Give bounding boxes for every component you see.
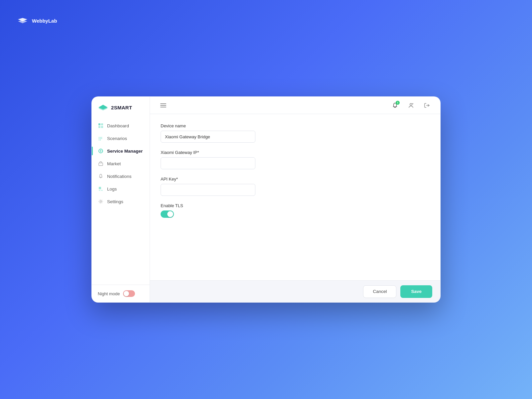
topbar-left — [157, 99, 170, 112]
logs-icon — [98, 186, 104, 192]
svg-rect-14 — [99, 187, 101, 189]
device-name-label: Device name — [161, 123, 430, 128]
market-icon — [98, 161, 104, 167]
svg-rect-3 — [101, 126, 103, 128]
scenarios-label: Scenarios — [107, 136, 127, 141]
enable-tls-knob — [167, 211, 173, 217]
svg-rect-15 — [99, 190, 100, 191]
device-name-input[interactable] — [161, 131, 255, 143]
service-manager-icon — [98, 148, 104, 154]
logout-icon — [424, 102, 430, 108]
settings-label: Settings — [107, 199, 123, 204]
night-mode-label: Night mode — [98, 291, 120, 296]
night-mode-section: Night mode — [92, 285, 150, 302]
device-name-field: Device name — [161, 123, 430, 143]
enable-tls-toggle[interactable] — [161, 210, 174, 218]
sidebar-item-service-manager[interactable]: Service Manager — [92, 145, 150, 157]
admin-icon — [408, 102, 414, 108]
svg-rect-2 — [98, 126, 100, 128]
service-manager-label: Service Manager — [107, 149, 143, 154]
bottom-action-bar: Cancel Save — [150, 280, 440, 302]
app-window: 2SMART Dashboard — [91, 96, 441, 303]
api-key-input[interactable] — [161, 184, 255, 196]
logout-button[interactable] — [420, 99, 434, 112]
notification-badge: 1 — [396, 101, 400, 105]
sidebar-item-logs[interactable]: Logs — [92, 183, 150, 195]
topbar: 1 — [150, 97, 440, 114]
night-mode-toggle[interactable] — [123, 290, 135, 297]
cancel-button[interactable]: Cancel — [363, 285, 396, 298]
2smart-logo-icon — [98, 104, 108, 111]
sidebar-item-scenarios[interactable]: Scenarios — [92, 132, 150, 145]
main-area: 1 — [150, 97, 440, 302]
notifications-button[interactable]: 1 — [388, 99, 402, 112]
svg-point-17 — [100, 201, 102, 202]
logs-label: Logs — [107, 187, 117, 192]
scenarios-icon — [98, 135, 104, 141]
svg-rect-16 — [101, 190, 103, 191]
sidebar-item-market[interactable]: Market — [92, 157, 150, 170]
app-logo-text: 2SMART — [111, 105, 132, 110]
svg-point-18 — [410, 103, 412, 105]
api-key-label: API Key* — [161, 177, 430, 182]
sidebar-item-dashboard[interactable]: Dashboard — [92, 119, 150, 132]
gateway-ip-field: Xiaomi Gateway IP* — [161, 150, 430, 169]
svg-rect-13 — [99, 163, 103, 166]
night-mode-toggle-knob — [124, 291, 129, 296]
gateway-ip-input[interactable] — [161, 157, 255, 169]
svg-rect-1 — [101, 123, 103, 125]
save-button[interactable]: Save — [400, 285, 432, 298]
admin-button[interactable] — [404, 99, 418, 112]
webbylab-label: WebbyLab — [32, 18, 57, 24]
form-panel: Device name Xiaomi Gateway IP* API Key* … — [150, 114, 440, 280]
content-area: Device name Xiaomi Gateway IP* API Key* … — [150, 114, 440, 302]
menu-toggle-button[interactable] — [157, 99, 170, 112]
svg-point-8 — [100, 150, 101, 152]
market-label: Market — [107, 161, 121, 166]
sidebar: 2SMART Dashboard — [92, 97, 150, 302]
notifications-bell-icon — [98, 173, 104, 179]
enable-tls-toggle-row — [161, 210, 430, 218]
gateway-ip-label: Xiaomi Gateway IP* — [161, 150, 430, 155]
hamburger-icon — [160, 103, 166, 107]
settings-gear-icon — [98, 199, 104, 204]
webbylab-logo-icon — [17, 17, 29, 25]
svg-rect-0 — [98, 123, 100, 125]
webbylab-header: WebbyLab — [17, 17, 57, 25]
sidebar-logo: 2SMART — [92, 97, 150, 117]
enable-tls-label: Enable TLS — [161, 203, 430, 208]
notifications-label: Notifications — [107, 174, 132, 179]
sidebar-navigation: Dashboard Scenarios — [92, 117, 150, 285]
enable-tls-field: Enable TLS — [161, 203, 430, 218]
dashboard-icon — [98, 123, 104, 129]
api-key-field: API Key* — [161, 177, 430, 196]
sidebar-item-notifications[interactable]: Notifications — [92, 170, 150, 183]
dashboard-label: Dashboard — [107, 123, 129, 128]
topbar-right: 1 — [388, 99, 434, 112]
sidebar-item-settings[interactable]: Settings — [92, 195, 150, 208]
